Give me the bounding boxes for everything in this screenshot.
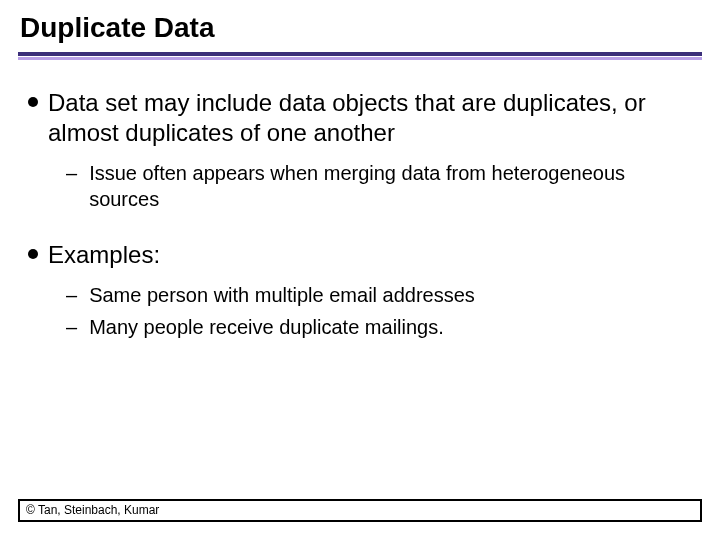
- dash-icon: –: [66, 314, 77, 340]
- bullet-level2: – Same person with multiple email addres…: [66, 282, 692, 308]
- rule-light: [18, 57, 702, 60]
- sub-bullet-group: – Issue often appears when merging data …: [66, 160, 692, 212]
- sub-bullet-text: Issue often appears when merging data fr…: [89, 160, 692, 212]
- dash-icon: –: [66, 160, 77, 212]
- slide-content: Data set may include data objects that a…: [18, 66, 702, 499]
- bullet-text: Data set may include data objects that a…: [48, 88, 692, 148]
- dash-icon: –: [66, 282, 77, 308]
- slide-title: Duplicate Data: [20, 12, 702, 44]
- title-underline: [18, 52, 702, 60]
- footer-credit: © Tan, Steinbach, Kumar: [18, 499, 702, 522]
- bullet-dot-icon: [28, 97, 38, 107]
- slide: Duplicate Data Data set may include data…: [0, 0, 720, 540]
- bullet-text: Examples:: [48, 240, 160, 270]
- bullet-level1: Data set may include data objects that a…: [28, 88, 692, 148]
- rule-dark: [18, 52, 702, 56]
- sub-bullet-group: – Same person with multiple email addres…: [66, 282, 692, 340]
- bullet-dot-icon: [28, 249, 38, 259]
- sub-bullet-text: Same person with multiple email addresse…: [89, 282, 475, 308]
- bullet-level1: Examples:: [28, 240, 692, 270]
- bullet-level2: – Many people receive duplicate mailings…: [66, 314, 692, 340]
- bullet-level2: – Issue often appears when merging data …: [66, 160, 692, 212]
- sub-bullet-text: Many people receive duplicate mailings.: [89, 314, 444, 340]
